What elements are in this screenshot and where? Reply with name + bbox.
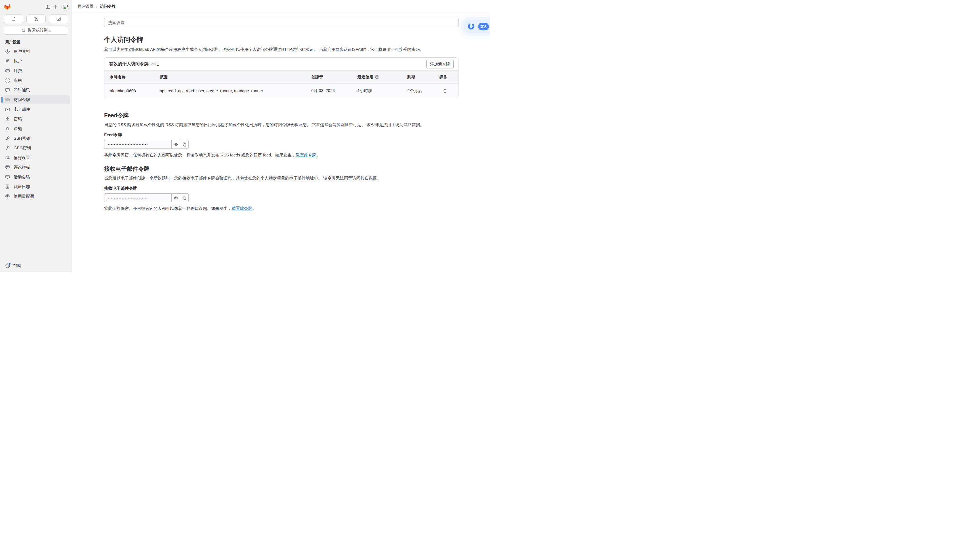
copy-icon xyxy=(182,142,187,147)
sidebar-item-label: 用户资料 xyxy=(14,49,30,54)
trash-icon xyxy=(442,89,447,93)
user-icon xyxy=(5,49,10,54)
eye-icon xyxy=(173,196,178,200)
token-icon xyxy=(151,62,156,67)
sidebar-item-comment-templates[interactable]: 评论模板 xyxy=(2,163,70,172)
chat-icon xyxy=(5,88,10,93)
reset-email-token-link[interactable]: 重置此令牌 xyxy=(232,206,253,211)
sidebar-item-label: 评论模板 xyxy=(14,165,30,170)
sidebar-item-label: GPG密钥 xyxy=(14,145,31,151)
copy-feed-token-button[interactable] xyxy=(180,140,189,149)
issues-icon xyxy=(11,16,16,21)
sidebar-item-gpg-keys[interactable]: GPG密钥 xyxy=(2,144,70,153)
feed-title: Feed令牌 xyxy=(104,112,458,119)
create-new-button[interactable] xyxy=(52,3,59,11)
merge-request-icon xyxy=(34,16,38,21)
issues-shortcut-button[interactable] xyxy=(4,14,23,23)
token-icon xyxy=(5,97,10,102)
settings-content: 个人访问令牌 您可以为需要访问GitLab API的每个应用程序生成个人访问令牌… xyxy=(72,13,490,212)
incoming-email-token-note: 将此令牌保密。任何拥有它的人都可以像您一样创建议题。如果发生，重置此令牌。 xyxy=(104,206,458,212)
sidebar-item-auth-log[interactable]: 认证日志 xyxy=(2,182,70,191)
incoming-email-description: 当您通过电子邮件创建一个新议题时，您的接收电子邮件令牌会验证您，其包含在您的个人… xyxy=(104,175,458,181)
account-icon xyxy=(5,59,10,64)
extension-float-widget[interactable]: 文A xyxy=(464,20,490,33)
sidebar-item-label: 通知 xyxy=(14,126,22,131)
breadcrumb-parent[interactable]: 用户设置 xyxy=(78,4,94,9)
todos-shortcut-button[interactable] xyxy=(49,14,68,23)
feed-token-input-group xyxy=(104,140,458,149)
panel-toggle-icon xyxy=(45,4,51,10)
settings-search xyxy=(104,18,458,27)
sidebar-item-preferences[interactable]: 偏好设置 xyxy=(2,153,70,162)
sidebar-item-billing[interactable]: 计费 xyxy=(2,67,70,75)
plus-icon xyxy=(53,4,58,10)
sidebar-item-usage-quotas[interactable]: 使用量配额 xyxy=(2,192,70,201)
sidebar-item-applications[interactable]: 应用 xyxy=(2,76,70,85)
help-button[interactable]: 帮助 xyxy=(0,263,72,272)
settings-search-input[interactable] xyxy=(104,18,458,27)
reset-feed-token-link[interactable]: 重置此令牌 xyxy=(296,153,317,157)
merge-requests-shortcut-button[interactable] xyxy=(26,14,46,23)
global-search-label: 搜索或转到... xyxy=(28,28,51,33)
sidebar-item-ssh-keys[interactable]: SSH密钥 xyxy=(2,134,70,143)
sidebar-item-label: 访问令牌 xyxy=(14,97,30,102)
incoming-email-token-section: 接收电子邮件令牌 当您通过电子邮件创建一个新议题时，您的接收电子邮件令牌会验证您… xyxy=(104,165,458,212)
sidebar-item-emails[interactable]: 电子邮件 xyxy=(2,105,70,114)
search-icon xyxy=(21,29,25,33)
feed-description: 当您的 RSS 阅读器加载个性化的 RSS 订阅源或当您的日历应用程序加载个性化… xyxy=(104,121,458,128)
email-icon xyxy=(5,107,10,112)
token-table-header: 令牌名称 范围 创建于 最近使用 到期 操作 xyxy=(104,70,458,84)
feed-token-label: Feed令牌 xyxy=(104,132,458,138)
col-created: 创建于 xyxy=(311,75,358,80)
feed-token-input[interactable] xyxy=(104,140,171,149)
token-name-cell: afc-token0603 xyxy=(110,89,160,93)
token-count: 1 xyxy=(157,62,159,67)
gitlab-logo[interactable] xyxy=(3,3,11,11)
sliders-icon xyxy=(5,155,10,160)
breadcrumb-separator: / xyxy=(96,4,97,9)
reveal-email-token-button[interactable] xyxy=(171,193,180,202)
sidebar-item-account[interactable]: 帐户 xyxy=(2,57,70,65)
help-notification-dot xyxy=(8,263,11,265)
copy-email-token-button[interactable] xyxy=(180,193,189,202)
incoming-email-token-label: 接收电子邮件令牌 xyxy=(104,186,458,191)
col-token-name: 令牌名称 xyxy=(110,75,160,80)
col-actions: 操作 xyxy=(439,75,458,80)
billing-icon xyxy=(5,69,10,73)
token-created-cell: 6月 03, 2024 xyxy=(311,88,358,93)
sidebar-item-password[interactable]: 密码 xyxy=(2,115,70,123)
bell-icon xyxy=(5,126,10,131)
incoming-email-input-group xyxy=(104,193,458,202)
sidebar-toggle-button[interactable] xyxy=(44,3,52,11)
user-avatar[interactable]: a xyxy=(61,3,69,11)
log-icon xyxy=(5,184,10,189)
active-tokens-card: 有效的个人访问令牌 1 添加新令牌 令牌名称 范围 创建于 最近使用 xyxy=(104,57,458,98)
comment-template-icon xyxy=(5,165,10,170)
sidebar-item-label: 计费 xyxy=(14,68,22,73)
global-search-button[interactable]: 搜索或转到... xyxy=(4,26,68,35)
sidebar-nav: 用户资料 帐户 计费 应用 即时通讯 访问令牌 电子邮件 密码 xyxy=(0,46,72,202)
translate-icon[interactable]: 文A xyxy=(478,23,489,30)
sidebar-item-label: 认证日志 xyxy=(14,184,30,189)
incoming-email-token-input[interactable] xyxy=(104,193,171,202)
col-scopes: 范围 xyxy=(160,75,311,80)
eye-icon xyxy=(173,142,178,147)
add-new-token-button[interactable]: 添加新令牌 xyxy=(426,60,454,69)
copy-icon xyxy=(182,196,187,200)
reveal-feed-token-button[interactable] xyxy=(171,140,180,149)
feed-token-note: 将此令牌保密。任何拥有它的人都可以像您一样读取动态并发布 RSS feeds 或… xyxy=(104,152,458,158)
question-circle-icon[interactable] xyxy=(375,75,379,79)
token-scopes-cell: api, read_api, read_user, create_runner,… xyxy=(160,89,311,93)
sidebar-item-label: SSH密钥 xyxy=(14,136,30,141)
revoke-token-button[interactable] xyxy=(441,87,449,94)
incoming-email-title: 接收电子邮件令牌 xyxy=(104,165,458,172)
sidebar-item-label: 电子邮件 xyxy=(14,107,30,112)
sidebar-section-label: 用户设置 xyxy=(0,35,72,46)
sidebar-item-profile[interactable]: 用户资料 xyxy=(2,47,70,56)
sidebar-item-label: 应用 xyxy=(14,78,22,83)
sidebar-item-access-tokens[interactable]: 访问令牌 xyxy=(2,96,70,104)
sidebar-item-active-sessions[interactable]: 活动会话 xyxy=(2,172,70,182)
breadcrumb: 用户设置 / 访问令牌 xyxy=(72,0,490,13)
sidebar-item-chat[interactable]: 即时通讯 xyxy=(2,86,70,94)
sidebar-item-notifications[interactable]: 通知 xyxy=(2,124,70,133)
